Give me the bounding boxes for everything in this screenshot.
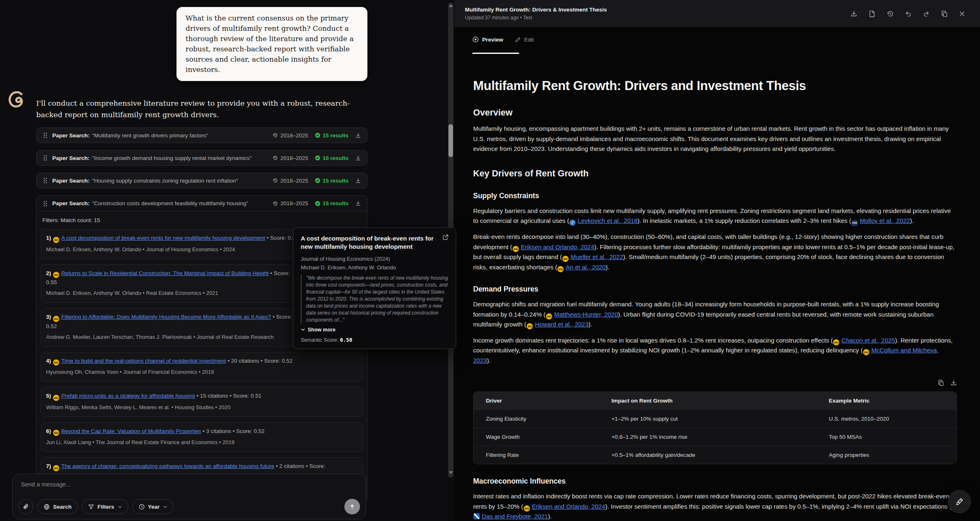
paper-search-card[interactable]: Paper Search: "Income growth demand hous… [36,150,367,166]
citation-link[interactable]: An et al., 2020 [566,264,606,271]
filters-dropdown-button[interactable]: Filters [82,499,128,514]
search-toggle-button[interactable]: Search [37,499,78,514]
send-message-button[interactable] [344,499,360,514]
filters-note: Filters: Match count: 15 [37,211,367,224]
tooltip-abstract: "We decompose the break-even rents of ne… [301,275,448,324]
document-header: Multifamily Rent Growth: Drivers & Inves… [454,0,980,27]
view-source-document-button[interactable] [869,10,875,17]
pen-icon [955,498,964,506]
citation: Chacon et al., 2025 [833,337,895,344]
check-circle-icon [315,132,320,138]
drivers-table: Driver Impact on Rent Growth Example Met… [473,391,957,464]
close-panel-button[interactable] [959,11,965,17]
search-query: "Multifamily rent growth drivers primary… [92,132,208,139]
paper-search-header[interactable]: Paper Search: "Construction costs develo… [37,196,367,211]
doc-h1: Multifamily Rent Growth: Drivers and Inv… [473,79,957,93]
doi-favicon-icon [546,313,552,320]
paper-result-item: 5)Prefab micro-units as a strategy for a… [41,387,363,417]
clock-icon [139,504,145,510]
quick-edit-pen-button[interactable] [948,490,971,513]
citation-link[interactable]: Das and Freybote, 2021 [482,513,548,520]
assistant-message: I'll conduct a comprehensive literature … [36,97,365,120]
citation-link[interactable]: Levkovich et al., 2018 [578,217,637,224]
download-results-button[interactable] [355,200,361,206]
arrow-up-icon [349,503,355,510]
citation-link[interactable]: Molloy et al., 2022 [860,217,910,224]
search-label: Paper Search: [52,132,90,139]
doc-paragraph: Interest rates and inflation indirectly … [473,491,957,521]
eye-icon [472,36,479,43]
table-toolbar [473,380,957,386]
citation: Eriksen and Orlando, 2024 [523,503,605,510]
check-circle-icon [315,201,320,206]
copy-table-button[interactable] [938,380,944,386]
show-more-button[interactable]: Show more [301,327,448,333]
download-results-button[interactable] [355,178,361,184]
paper-title-link[interactable]: The agency of change: conceptualizing pa… [61,463,274,469]
citation: Mueller et al., 2022 [562,253,623,260]
doc-h2-overview: Overview [473,108,957,118]
doi-favicon-icon [53,430,59,436]
citation-link[interactable]: Matthews-Hunter, 2020 [554,311,618,318]
year-range: 2018–2025 [280,200,308,206]
year-dropdown-button[interactable]: Year [132,499,174,514]
external-link-icon[interactable] [443,234,448,251]
tab-edit[interactable]: Edit [515,36,534,43]
download-document-button[interactable] [850,10,857,17]
download-table-button[interactable] [950,380,957,386]
globe-icon [44,504,50,510]
paper-authors: William Riggs, Menka Sethi, Wesley L. Me… [46,403,358,412]
scroll-up-arrow-icon[interactable] [449,4,453,7]
scroll-down-arrow-icon[interactable] [449,471,453,474]
check-circle-icon [315,178,320,183]
tooltip-authors: Michael D. Eriksen, Anthony W. Orlando [301,264,448,271]
tooltip-paper-title: A cost decomposition of break-even rents… [301,234,437,251]
chevron-down-icon [118,505,122,509]
results-count: 10 results [323,155,348,161]
citation-link[interactable]: Mueller et al., 2022 [571,253,623,260]
paper-title-link[interactable]: Filtering to Affordable: Does Multifamil… [61,314,271,320]
doc-paragraph: Regulatory barriers and construction cos… [473,206,957,227]
citation-link[interactable]: Eriksen and Orlando, 2024 [532,503,605,510]
publisher-favicon-icon [569,220,576,226]
search-query: "Construction costs development feasibil… [92,200,248,206]
doi-favicon-icon [53,272,59,278]
redo-button[interactable] [923,10,930,17]
tooltip-journal: Journal of Housing Economics (2024) [301,256,448,262]
paper-search-card[interactable]: Paper Search: "Multifamily rent growth d… [36,127,367,143]
copy-document-button[interactable] [941,10,948,17]
paper-title-link[interactable]: Returns to Scale in Residential Construc… [61,270,269,276]
message-composer[interactable]: Send a message... Search Filters Year [12,474,366,519]
doc-h3-demand-pressures: Demand Pressures [473,285,957,294]
citation-link[interactable]: Howard et al., 2023 [535,321,588,328]
doc-paragraph: Break-even rents decompose into land (30… [473,232,957,272]
doi-favicon-icon [863,349,869,355]
doi-favicon-icon [53,316,59,322]
paper-title-link[interactable]: Beyond the Cap Rate: Valuation of Multif… [61,428,201,434]
undo-button[interactable] [905,10,912,17]
doi-favicon-icon [53,465,59,471]
paper-authors: Jun Li, Xiaoli Liang • The Journal of Re… [46,438,358,447]
paper-title-link[interactable]: Prefab micro-units as a strategy for aff… [61,393,195,399]
drag-handle-icon [42,200,48,207]
history-icon [272,178,278,183]
search-query: "Housing supply constraints zoning regul… [92,178,238,184]
citation-link[interactable]: Chacon et al., 2025 [841,337,895,344]
paper-authors: Hyunseung Oh, Chamna Yoon • Journal of F… [46,368,358,376]
attach-file-button[interactable] [19,499,33,514]
table-header: Impact on Rent Growth [599,392,816,410]
version-history-button[interactable] [887,10,894,17]
paper-result-item: 6)Beyond the Cap Rate: Valuation of Mult… [41,422,363,452]
download-results-button[interactable] [355,155,361,161]
semantic-score: Semantic Score: 0.58 [301,337,448,343]
paper-search-card[interactable]: Paper Search: "Housing supply constraint… [36,173,367,188]
scrollbar-thumb[interactable] [448,124,453,157]
publisher-favicon-icon [474,513,480,519]
citation: Eriksen and Orlando, 2024 [512,243,594,250]
download-results-button[interactable] [355,132,361,139]
citation-link[interactable]: Eriksen and Orlando, 2024 [521,243,594,250]
paper-title-link[interactable]: Time to build and the real-options chann… [61,358,226,364]
paper-title-link[interactable]: A cost decomposition of break-even rents… [61,235,265,241]
tab-preview[interactable]: Preview [472,36,503,43]
table-row: Filtering Rate +0.5–1% affordability gai… [474,446,957,464]
